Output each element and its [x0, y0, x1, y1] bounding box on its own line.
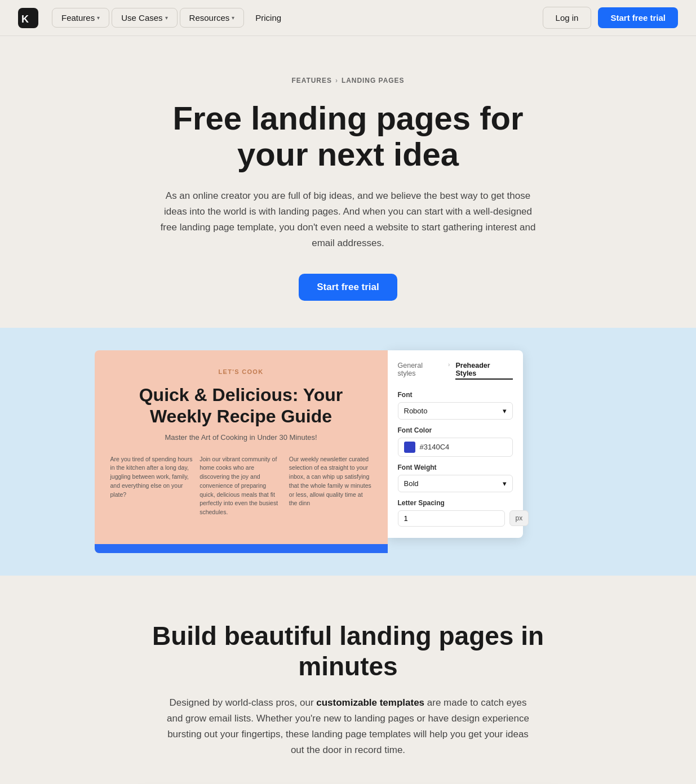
resources-nav-button[interactable]: Resources ▾ — [180, 8, 245, 28]
demo-container: LET'S COOK Quick & Delicious: Your Weekl… — [95, 350, 602, 553]
hero-title: Free landing pages for your next idea — [140, 100, 557, 172]
sidebar-font-color-label: Font Color — [398, 426, 513, 434]
hero-section: FEATURES › LANDING PAGES Free landing pa… — [0, 36, 696, 328]
demo-sidebar: General styles › Preheader Styles Font R… — [388, 350, 523, 538]
navbar-right: Log in Start free trial — [543, 7, 678, 29]
sidebar-weight-chevron-icon: ▾ — [503, 479, 507, 488]
features-nav-label: Features — [61, 13, 95, 23]
demo-headline: Quick & Delicious: Your Weekly Recipe Gu… — [110, 384, 372, 427]
sidebar-font-label: Font — [398, 391, 513, 399]
breadcrumb: FEATURES › LANDING PAGES — [18, 77, 678, 84]
features-desc-highlight: customizable templates — [316, 697, 424, 708]
nav-links: Features ▾ Use Cases ▾ Resources ▾ Prici… — [52, 8, 290, 28]
breadcrumb-features: FEATURES — [291, 77, 331, 84]
color-swatch — [404, 442, 415, 453]
sidebar-tab-arrow: › — [448, 362, 450, 380]
sidebar-font-value: Roboto — [404, 407, 428, 415]
demo-col3: Our weekly newsletter curated selection … — [289, 455, 372, 517]
letter-spacing-input[interactable] — [398, 510, 505, 527]
breadcrumb-page: LANDING PAGES — [342, 77, 405, 84]
svg-text:K: K — [21, 14, 29, 25]
demo-tag: LET'S COOK — [110, 368, 372, 375]
features-description: Designed by world-class pros, our custom… — [162, 695, 534, 758]
demo-col2: Join our vibrant community of home cooks… — [200, 455, 282, 517]
use-cases-nav-button[interactable]: Use Cases ▾ — [112, 8, 177, 28]
features-title: Build beautiful landing pages in minutes — [151, 621, 546, 681]
sidebar-font-weight-select[interactable]: Bold ▾ — [398, 475, 513, 492]
sidebar-font-weight-value: Bold — [404, 479, 419, 488]
navbar: K Features ▾ Use Cases ▾ Resources ▾ Pri… — [0, 0, 696, 36]
navbar-left: K Features ▾ Use Cases ▾ Resources ▾ Pri… — [18, 8, 290, 28]
letter-spacing-unit: px — [509, 510, 529, 526]
hero-trial-button[interactable]: Start free trial — [299, 274, 397, 301]
features-nav-button[interactable]: Features ▾ — [52, 8, 109, 28]
demo-subheadline: Master the Art of Cooking in Under 30 Mi… — [110, 433, 372, 442]
pricing-nav-button[interactable]: Pricing — [246, 8, 290, 27]
sidebar-color-field[interactable]: #3140C4 — [398, 438, 513, 457]
sidebar-font-select[interactable]: Roboto ▾ — [398, 402, 513, 420]
logo-link[interactable]: K — [18, 8, 38, 28]
sidebar-tab-general[interactable]: General styles — [398, 362, 443, 380]
demo-col1: Are you tired of spending hours in the k… — [110, 455, 193, 517]
sidebar-font-weight-label: Font Weight — [398, 464, 513, 471]
demo-section: LET'S COOK Quick & Delicious: Your Weekl… — [0, 328, 696, 576]
features-chevron-icon: ▾ — [97, 15, 100, 21]
demo-landing-preview: LET'S COOK Quick & Delicious: Your Weekl… — [95, 350, 388, 553]
demo-blue-bar — [95, 544, 388, 553]
pricing-nav-label: Pricing — [255, 13, 281, 23]
sidebar-tabs: General styles › Preheader Styles — [398, 362, 513, 380]
features-desc-start: Designed by world-class pros, our — [170, 697, 317, 708]
breadcrumb-separator: › — [335, 77, 338, 84]
sidebar-letter-spacing-label: Letter Spacing — [398, 499, 513, 507]
navbar-trial-button[interactable]: Start free trial — [598, 7, 678, 28]
sidebar-font-chevron-icon: ▾ — [503, 407, 507, 415]
use-cases-chevron-icon: ▾ — [165, 15, 168, 21]
sidebar-tab-active[interactable]: Preheader Styles — [455, 362, 512, 380]
features-section: Build beautiful landing pages in minutes… — [0, 576, 696, 784]
kit-logo-icon: K — [18, 8, 38, 28]
resources-nav-label: Resources — [189, 13, 230, 23]
demo-columns: Are you tired of spending hours in the k… — [110, 455, 372, 517]
color-value: #3140C4 — [420, 443, 450, 451]
login-button[interactable]: Log in — [543, 7, 592, 29]
hero-description: As an online creator you are full of big… — [157, 188, 540, 251]
letter-spacing-row: px — [398, 510, 513, 527]
resources-chevron-icon: ▾ — [232, 15, 234, 21]
use-cases-nav-label: Use Cases — [121, 13, 162, 23]
